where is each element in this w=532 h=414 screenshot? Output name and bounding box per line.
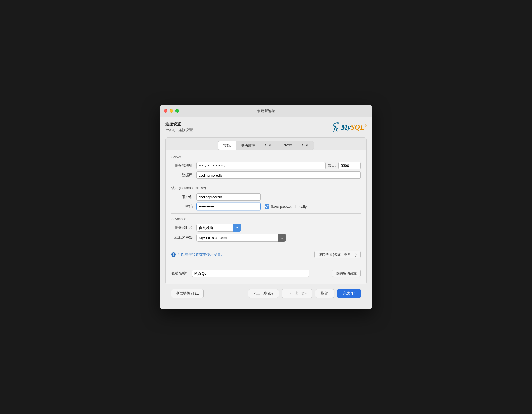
password-input[interactable] [196,203,261,210]
info-row: i 可以在连接参数中使用变量。 连接详情 (名称、类型 ... ) [171,249,361,260]
database-input[interactable] [196,171,361,179]
connection-settings-subtitle: MySQL 连接设置 [165,128,193,133]
timezone-select[interactable]: 自动检测 [196,224,241,232]
header-text: 连接设置 MySQL 连接设置 [165,122,193,133]
server-addr-input[interactable] [196,162,326,169]
divider-4 [171,264,361,264]
mysql-logo: MySQL® [330,122,367,133]
panel-content: Server 服务器地址: 端口: 数据库: 认证 (Database Nati… [166,150,366,284]
tab-driver-props[interactable]: 驱动属性 [235,141,260,150]
client-select-wrapper: MySQL 8.0.1-dmr ⇕ [196,234,286,242]
client-select[interactable]: MySQL 8.0.1-dmr [196,234,286,242]
client-label: 本地客户端: [171,235,194,240]
tabs: 常规 驱动属性 SSH Proxy SSL [166,138,366,150]
tab-general[interactable]: 常规 [218,141,236,150]
mysql-dolphin-icon [330,122,340,133]
divider-2 [171,213,361,214]
server-addr-label: 服务器地址: [171,163,194,168]
footer-right: <上一步 (B) 下一步 (N)> 取消 完成 (F) [248,289,361,298]
info-icon: i [171,252,176,257]
main-window: 创建新连接 连接设置 MySQL 连接设置 MySQL® [160,105,372,309]
server-addr-row: 服务器地址: 端口: [171,162,361,169]
timezone-row: 服务器时区: 自动检测 ▼ [171,224,361,232]
window-body: 连接设置 MySQL 连接设置 MySQL® 常规 驱动属性 [160,117,372,309]
driver-left: 驱动名称: [171,270,309,277]
window-title: 创建新连接 [257,109,275,114]
cancel-button[interactable]: 取消 [315,289,334,298]
username-label: 用户名: [171,194,194,199]
titlebar: 创建新连接 [160,105,372,117]
info-text: i 可以在连接参数中使用变量。 [171,252,225,257]
main-panel: 常规 驱动属性 SSH Proxy SSL Server 服务器地址: 端口: … [165,137,367,284]
timezone-select-wrapper: 自动检测 ▼ [196,224,241,232]
client-row: 本地客户端: MySQL 8.0.1-dmr ⇕ [171,234,361,242]
save-password-label: Save password locally [271,204,307,209]
edit-driver-button[interactable]: 编辑驱动设置 [332,270,361,277]
username-row: 用户名: [171,193,361,201]
test-connection-button[interactable]: 测试链接 (T)... [171,289,204,298]
tab-ssh[interactable]: SSH [260,141,278,150]
next-button[interactable]: 下一步 (N)> [282,289,312,298]
advanced-section-label: Advanced [171,217,361,221]
prev-button[interactable]: <上一步 (B) [248,289,279,298]
divider-1 [171,182,361,182]
mysql-logo-text: MySQL® [341,123,367,131]
database-row: 数据库: [171,171,361,179]
password-label: 密码: [171,204,194,209]
save-password-row: Save password locally [265,204,307,209]
tab-proxy[interactable]: Proxy [277,141,297,150]
driver-name-input[interactable] [192,270,309,277]
footer: 测试链接 (T)... <上一步 (B) 下一步 (N)> 取消 完成 (F) [165,284,367,304]
connection-details-button[interactable]: 连接详情 (名称、类型 ... ) [314,251,361,258]
tab-ssl[interactable]: SSL [297,141,314,150]
password-row: 密码: Save password locally [171,203,361,210]
maximize-button[interactable] [175,109,179,113]
info-message: 可以在连接参数中使用变量。 [177,252,225,257]
minimize-button[interactable] [170,109,173,113]
driver-row: 驱动名称: 编辑驱动设置 [171,267,361,279]
database-label: 数据库: [171,173,194,178]
port-label: 端口: [328,163,336,168]
timezone-label: 服务器时区: [171,225,194,230]
connection-settings-title: 连接设置 [165,122,193,127]
port-input[interactable] [338,162,361,169]
server-section-label: Server [171,155,361,159]
finish-button[interactable]: 完成 (F) [337,289,361,298]
traffic-lights [164,109,179,113]
header-section: 连接设置 MySQL 连接设置 MySQL® [165,122,367,133]
divider-3 [171,245,361,245]
driver-name-label: 驱动名称: [171,271,187,276]
close-button[interactable] [164,109,167,113]
svg-point-0 [337,122,339,124]
auth-section-label: 认证 (Database Native) [171,186,361,190]
save-password-checkbox[interactable] [265,204,269,209]
username-input[interactable] [196,193,261,201]
